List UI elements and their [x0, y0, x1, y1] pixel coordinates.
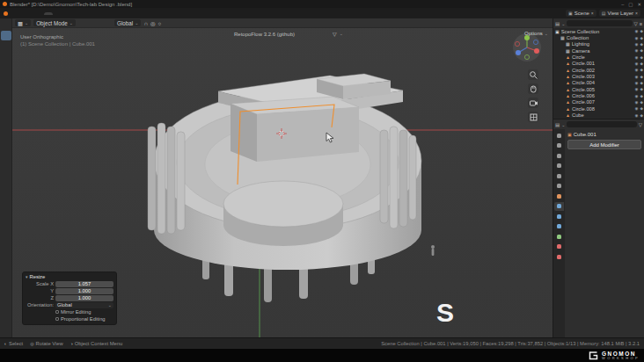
minimize-button[interactable]: –	[621, 2, 624, 7]
chevron-down-icon[interactable]: ⌄	[561, 122, 565, 127]
eye-icon[interactable]: ◉	[635, 113, 639, 118]
proportional-editing-icon[interactable]: ◎	[150, 20, 156, 26]
eye-icon[interactable]: ◉	[635, 36, 639, 40]
add-modifier-button[interactable]: Add Modifier	[567, 140, 641, 149]
properties-tab[interactable]	[554, 182, 564, 191]
workspace-tab[interactable]	[97, 12, 106, 15]
workspace-tab[interactable]	[62, 12, 70, 15]
toolbar-tool-icon[interactable]	[1, 52, 11, 62]
toolbar-tool-icon[interactable]	[1, 62, 11, 72]
eye-icon[interactable]: ◉	[635, 55, 639, 60]
operator-checkbox-row[interactable]: Proportional Editing	[23, 315, 116, 322]
workspace-tab[interactable]	[53, 12, 62, 15]
workspace-tab[interactable]	[106, 12, 114, 15]
outliner-row[interactable]: ▦ Collection ◉ ◆	[553, 34, 644, 40]
toolbar-tool-icon[interactable]	[1, 41, 11, 51]
chevron-down-icon[interactable]: ⌄	[561, 21, 565, 26]
eye-icon[interactable]: ◉	[635, 94, 639, 98]
proportional-falloff-icon[interactable]: ○	[158, 20, 162, 26]
properties-tab[interactable]	[554, 162, 564, 170]
workspace-tab[interactable]	[88, 12, 97, 15]
filter-funnel-icon[interactable]: ▽	[634, 21, 638, 26]
render-visibility-icon[interactable]: ◆	[640, 75, 643, 79]
number-field[interactable]: 1.057	[55, 281, 113, 287]
render-visibility-icon[interactable]: ◆	[640, 87, 643, 91]
checkbox[interactable]	[55, 317, 59, 321]
properties-tab[interactable]	[554, 141, 564, 150]
properties-editor-icon[interactable]: ▤	[555, 122, 560, 127]
eye-icon[interactable]: ◉	[635, 68, 639, 72]
properties-tab[interactable]	[554, 222, 564, 231]
render-visibility-icon[interactable]: ◆	[640, 55, 643, 60]
view-layer-selector[interactable]: ▤ View Layer ×	[599, 10, 640, 17]
remove-view-layer-icon[interactable]: ×	[635, 11, 638, 16]
mode-selector[interactable]: Object Mode ⌄	[33, 19, 76, 26]
menu-item[interactable]	[15, 12, 20, 14]
properties-tab[interactable]	[554, 192, 564, 200]
toolbar-tool-icon[interactable]	[1, 105, 11, 114]
orientation-dropdown[interactable]: Global ⌄	[55, 302, 113, 308]
eye-icon[interactable]: ◉	[635, 75, 639, 79]
eye-icon[interactable]: ◉	[635, 48, 639, 53]
3d-viewport[interactable]: ▦ ⌄ Object Mode ⌄ Global ⌄ ∩ ◎ ○	[12, 18, 553, 337]
render-visibility-icon[interactable]: ◆	[640, 94, 643, 98]
properties-tab[interactable]	[554, 131, 564, 140]
filter-funnel-icon[interactable]: ▽	[333, 31, 337, 37]
eye-icon[interactable]: ◉	[635, 87, 639, 91]
properties-filter-icon[interactable]: ▽	[639, 122, 642, 127]
menu-item[interactable]	[21, 12, 26, 14]
camera-view-icon[interactable]	[528, 98, 538, 108]
toolbar-tool-icon[interactable]	[1, 31, 11, 40]
outliner-row[interactable]: ▣ Scene Collection ◉ ◆	[553, 28, 644, 34]
properties-tab[interactable]	[554, 151, 564, 160]
outliner-row[interactable]: ▲ Circle.002 ◉ ◆	[553, 67, 644, 73]
properties-tab[interactable]	[554, 252, 564, 261]
pan-hand-icon[interactable]	[528, 83, 538, 94]
render-visibility-icon[interactable]: ◆	[640, 42, 643, 47]
maximize-button[interactable]: ▢	[628, 2, 633, 7]
unlink-scene-icon[interactable]: ×	[591, 11, 594, 16]
eye-icon[interactable]: ◉	[635, 106, 639, 111]
properties-tab[interactable]	[554, 243, 564, 251]
workspace-tab[interactable]	[79, 12, 88, 15]
render-visibility-icon[interactable]: ◆	[640, 48, 643, 53]
operator-panel-resize[interactable]: ▾ Resize Scale X 1.057 Y 1.000 Z 1.000 O…	[22, 272, 117, 325]
outliner-row[interactable]: ▲ Circle.006 ◉ ◆	[553, 92, 644, 98]
toolbar-tool-icon[interactable]	[1, 73, 11, 83]
number-field[interactable]: 1.000	[55, 288, 113, 294]
outliner-row[interactable]: ▲ Circle.004 ◉ ◆	[553, 80, 644, 86]
workspace-tab[interactable]	[70, 12, 79, 15]
toolbar-tool-icon[interactable]	[1, 94, 11, 104]
outliner-row[interactable]: ▲ Circle.003 ◉ ◆	[553, 73, 644, 79]
properties-tab[interactable]	[554, 202, 564, 211]
outliner-row[interactable]: ▦ Lighting ◉ ◆	[553, 41, 644, 47]
properties-search-input[interactable]	[567, 121, 636, 127]
checkbox[interactable]	[55, 310, 59, 314]
eye-icon[interactable]: ◉	[635, 29, 639, 33]
toolbar-tool-icon[interactable]	[1, 83, 11, 93]
outliner-row[interactable]: ▲ Circle ◉ ◆	[553, 54, 644, 60]
menu-item[interactable]	[33, 12, 39, 14]
outliner-editor-icon[interactable]: ▤	[555, 21, 560, 26]
render-visibility-icon[interactable]: ◆	[640, 100, 643, 105]
operator-panel-header[interactable]: ▾ Resize	[23, 272, 116, 280]
outliner-row[interactable]: ▲ Cube ◉ ◆	[553, 112, 644, 118]
outliner-row[interactable]: ▲ Circle.005 ◉ ◆	[553, 86, 644, 92]
outliner-search-input[interactable]	[567, 20, 632, 26]
scene-selector[interactable]: ▣ Scene ×	[566, 10, 596, 17]
outliner-row[interactable]: ▲ Circle.008 ◉ ◆	[553, 105, 644, 112]
transform-orientation-selector[interactable]: Global ⌄	[114, 19, 141, 26]
filter-dropdown-icon[interactable]: ⌄	[340, 31, 343, 37]
eye-icon[interactable]: ◉	[635, 100, 639, 105]
render-visibility-icon[interactable]: ◆	[640, 62, 643, 66]
render-visibility-icon[interactable]: ◆	[640, 68, 643, 72]
render-visibility-icon[interactable]: ◆	[640, 81, 643, 85]
menu-item[interactable]	[9, 12, 14, 14]
eye-icon[interactable]: ◉	[635, 42, 639, 47]
outliner-options-icon[interactable]: ≡	[640, 21, 642, 26]
workspace-tab[interactable]	[44, 12, 53, 15]
operator-checkbox-row[interactable]: Mirror Editing	[23, 308, 116, 315]
render-visibility-icon[interactable]: ◆	[640, 106, 643, 111]
snap-magnet-icon[interactable]: ∩	[143, 20, 148, 26]
properties-tab[interactable]	[554, 212, 564, 221]
